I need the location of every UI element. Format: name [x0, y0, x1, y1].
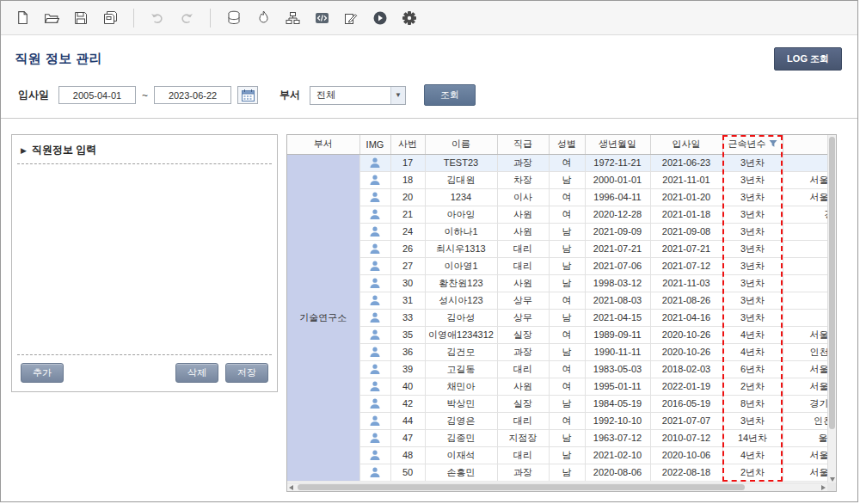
calendar-button[interactable] — [237, 86, 258, 104]
cell-gender: 여 — [549, 188, 585, 206]
cell-id: 50 — [390, 464, 425, 481]
log-search-button[interactable]: LOG 조회 — [774, 47, 842, 71]
settings-button[interactable] — [396, 5, 422, 31]
employee-photo-icon — [359, 257, 390, 274]
column-header-8[interactable]: 근속년수 — [722, 135, 783, 154]
grid-row[interactable]: 21아아잉사원여2020-12-282021-01-183년차경기도 — [287, 206, 827, 223]
employee-photo-icon — [359, 274, 390, 292]
flame-button[interactable] — [250, 5, 276, 31]
vertical-scroll-thumb[interactable] — [829, 137, 835, 429]
undo-button[interactable] — [144, 5, 170, 31]
cell-birth: 2021-09-09 — [585, 223, 650, 240]
column-header-5[interactable]: 성별 — [549, 135, 585, 154]
date-to-input[interactable] — [154, 86, 231, 104]
grid-row[interactable]: 35이영애1234312실장여1989-09-112020-10-264년차서울… — [287, 326, 827, 343]
horizontal-scroll-thumb[interactable] — [298, 484, 745, 490]
cell-gender: 남 — [549, 223, 585, 240]
column-header-7[interactable]: 입사일 — [650, 135, 722, 154]
column-header-0[interactable]: 부서 — [287, 135, 359, 154]
add-button[interactable]: 추가 — [21, 363, 64, 383]
cell-gender: 남 — [549, 395, 585, 412]
column-header-6[interactable]: 생년월일 — [585, 135, 650, 154]
edit-button[interactable] — [338, 5, 364, 31]
grid-row[interactable]: 33김아성상무남2021-04-152021-04-163년차 — [287, 309, 827, 326]
cell-name: 채민아 — [425, 378, 497, 395]
grid-row[interactable]: 44김영은대리여1992-10-102021-07-073년차인천 부평구 — [287, 412, 827, 429]
new-document-button[interactable] — [9, 5, 35, 31]
cell-id: 26 — [390, 240, 425, 257]
scroll-down-arrow[interactable] — [830, 477, 835, 482]
sitemap-icon — [286, 11, 300, 25]
search-button[interactable]: 조회 — [424, 84, 476, 106]
cell-hire: 2021-06-23 — [650, 154, 722, 171]
employee-input-panel: ▶ 직원정보 입력 추가 삭제 저장 — [11, 134, 278, 392]
grid-row[interactable]: 31성시아123상무여2021-08-032021-08-263년차 — [287, 292, 827, 309]
grid-row[interactable]: 42박상민실장남1984-05-192016-05-198년차경기도 고양... — [287, 395, 827, 412]
cell-birth: 2000-01-01 — [585, 171, 650, 188]
cell-hire: 2016-05-19 — [650, 395, 722, 412]
code-button[interactable] — [309, 5, 335, 31]
grid-row[interactable]: 201234이사여1996-04-112021-01-203년차서울시 서울..… — [287, 188, 827, 206]
cell-hire: 2021-08-26 — [650, 292, 722, 309]
grid-row[interactable]: 40채민아사원여1995-01-112022-01-192년차서울시 강북... — [287, 378, 827, 395]
edit-icon — [344, 11, 358, 25]
department-select[interactable]: 전체 ▼ — [310, 86, 406, 105]
save-button[interactable] — [68, 5, 94, 31]
cell-address: 서울시 서울... — [783, 188, 827, 206]
panel-header[interactable]: ▶ 직원정보 입력 — [12, 135, 277, 163]
delete-button[interactable]: 삭제 — [175, 363, 218, 383]
cell-years: 3년차 — [722, 240, 783, 257]
employee-photo-icon — [359, 292, 390, 309]
grid-row[interactable]: 기술연구소17TEST23과장여1972-11-212021-06-233년차서… — [287, 154, 827, 171]
cell-name: 김종민 — [425, 429, 497, 446]
redo-button[interactable] — [174, 5, 200, 31]
open-folder-button[interactable] — [39, 5, 64, 31]
employee-photo-icon — [359, 343, 390, 360]
cell-birth: 1998-03-12 — [585, 274, 650, 292]
grid-row[interactable]: 26최시우1313대리남2021-07-212021-07-213년차 — [287, 240, 827, 257]
calendar-icon — [241, 89, 255, 102]
open-folder-icon — [44, 11, 59, 25]
cell-years: 2년차 — [722, 464, 783, 481]
cell-gender: 여 — [549, 360, 585, 378]
sitemap-button[interactable] — [280, 5, 305, 31]
database-button[interactable] — [221, 5, 247, 31]
employee-photo-icon — [359, 412, 390, 429]
grid-row[interactable]: 48이재석대리남2021-02-102020-10-064년차서울시 강남... — [287, 446, 827, 464]
cell-years: 3년차 — [722, 171, 783, 188]
cell-id: 48 — [390, 446, 425, 464]
grid-row[interactable]: 50손홍민과장남2020-08-062022-08-182년차서울시 노원... — [287, 464, 827, 481]
column-header-2[interactable]: 사번 — [390, 135, 425, 154]
cell-position: 지점장 — [497, 429, 549, 446]
cell-id: 24 — [390, 223, 425, 240]
grid-row[interactable]: 24이하나1사원남2021-09-092021-09-083년차 — [287, 223, 827, 240]
cell-address: 서울시 중랑... — [783, 326, 827, 343]
cell-hire: 2022-01-19 — [650, 378, 722, 395]
grid-row[interactable]: 39고길동대리여1983-05-032018-02-036년차서울시 도봉... — [287, 360, 827, 378]
column-header-9[interactable]: 주소 — [783, 135, 827, 154]
grid-vertical-scrollbar[interactable] — [827, 135, 836, 482]
grid-horizontal-scrollbar[interactable] — [287, 482, 827, 491]
grid-scroll-area: 부서IMG사번이름직급성별생년월일입사일근속년수주소 기술연구소17TEST23… — [287, 135, 827, 482]
save-record-button[interactable]: 저장 — [225, 363, 268, 383]
run-button[interactable] — [367, 5, 393, 31]
cell-hire: 2018-02-03 — [650, 360, 722, 378]
scroll-right-arrow[interactable] — [821, 485, 826, 490]
date-from-input[interactable] — [58, 86, 136, 104]
grid-row[interactable]: 30황찬원123사원남1998-03-122021-11-033년차 — [287, 274, 827, 292]
cell-birth: 2021-04-15 — [585, 309, 650, 326]
grid-row[interactable]: 36김건모과장남1990-11-112020-10-264년차인천광역시 ... — [287, 343, 827, 360]
filter-icon[interactable] — [769, 139, 777, 150]
save-all-button[interactable] — [97, 5, 123, 31]
column-header-4[interactable]: 직급 — [497, 135, 549, 154]
cell-position: 사원 — [497, 274, 549, 292]
cell-name: 이하나1 — [425, 223, 497, 240]
column-header-1[interactable]: IMG — [359, 135, 390, 154]
grid-row[interactable]: 47김종민지점장남1963-07-122010-07-1214년차울산 북구 — [287, 429, 827, 446]
column-header-3[interactable]: 이름 — [425, 135, 497, 154]
scroll-left-arrow[interactable] — [289, 485, 293, 490]
grid-row[interactable]: 27이아영1대리남2021-07-062021-07-123년차 — [287, 257, 827, 274]
cell-years: 3년차 — [722, 274, 783, 292]
cell-address: 서울시 종로... — [783, 171, 827, 188]
grid-row[interactable]: 18김대원차장남2000-01-012021-11-013년차서울시 종로... — [287, 171, 827, 188]
